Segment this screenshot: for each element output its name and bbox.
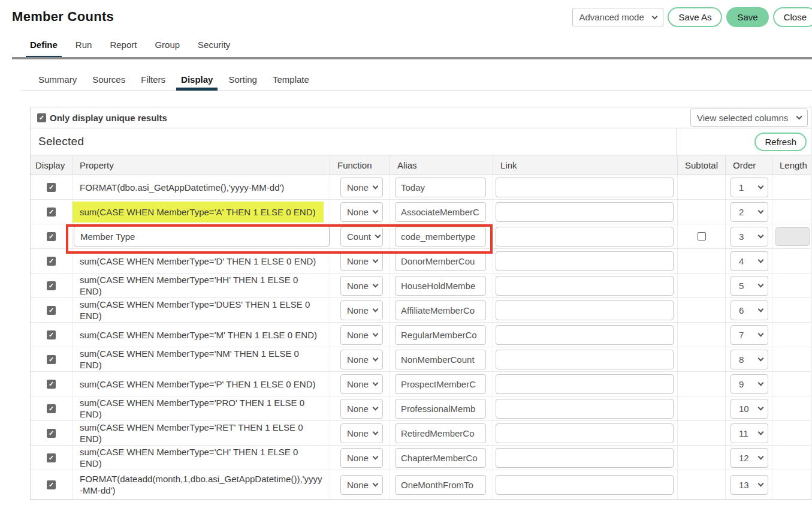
table-row: sum(CASE WHEN MemberType='A' THEN 1 ELSE…	[31, 200, 811, 224]
display-checkbox[interactable]	[47, 208, 56, 217]
link-input[interactable]	[496, 374, 674, 394]
display-checkbox[interactable]	[47, 355, 56, 364]
unique-results-option[interactable]: Only display unique results	[37, 113, 167, 123]
sub-tabs: Summary Sources Filters Display Sorting …	[38, 74, 309, 90]
alias-input[interactable]	[395, 350, 486, 369]
order-select[interactable]: 8	[731, 350, 768, 369]
chevron-down-icon	[758, 282, 764, 288]
link-input[interactable]	[496, 399, 674, 419]
alias-input[interactable]	[395, 325, 486, 345]
order-select[interactable]: 5	[731, 276, 768, 296]
display-checkbox[interactable]	[47, 281, 56, 290]
link-input[interactable]	[496, 178, 674, 197]
tab-report[interactable]: Report	[110, 40, 137, 58]
display-checkbox[interactable]	[47, 404, 56, 413]
function-select[interactable]: None	[340, 178, 383, 197]
function-select[interactable]: None	[340, 475, 383, 495]
link-input[interactable]	[496, 350, 674, 369]
function-select[interactable]: Count	[340, 227, 383, 247]
link-input[interactable]	[496, 276, 674, 296]
link-input[interactable]	[496, 325, 674, 345]
subtab-sorting[interactable]: Sorting	[228, 74, 257, 90]
function-select[interactable]: None	[340, 251, 383, 271]
order-value: 2	[739, 207, 744, 217]
link-input[interactable]	[496, 448, 674, 468]
table-row: sum(CASE WHEN MemberType='NM' THEN 1 ELS…	[31, 347, 811, 372]
display-checkbox[interactable]	[47, 453, 56, 462]
chevron-down-icon	[758, 331, 764, 337]
function-select[interactable]: None	[340, 350, 383, 369]
link-input[interactable]	[496, 423, 674, 443]
order-select[interactable]: 12	[731, 448, 768, 468]
alias-input[interactable]	[395, 423, 486, 443]
order-select[interactable]: 10	[731, 399, 768, 419]
function-select[interactable]: None	[340, 325, 383, 345]
function-select[interactable]: None	[340, 276, 383, 296]
alias-input[interactable]	[395, 300, 486, 320]
property-input[interactable]: Member Type	[74, 226, 330, 247]
order-select[interactable]: 1	[731, 178, 768, 197]
tab-define[interactable]: Define	[30, 40, 58, 58]
save-button[interactable]: Save	[726, 7, 768, 27]
close-button[interactable]: Close	[773, 7, 812, 27]
link-input[interactable]	[496, 227, 674, 247]
subtab-summary[interactable]: Summary	[38, 74, 77, 90]
length-input[interactable]	[775, 227, 810, 246]
order-select[interactable]: 6	[731, 300, 768, 320]
display-checkbox[interactable]	[47, 232, 56, 241]
order-select[interactable]: 4	[731, 251, 768, 271]
table-row: sum(CASE WHEN MemberType='RET' THEN 1 EL…	[31, 421, 811, 446]
order-select[interactable]: 11	[731, 423, 768, 443]
function-value: None	[347, 305, 369, 315]
function-select[interactable]: None	[340, 374, 383, 394]
display-checkbox[interactable]	[47, 429, 56, 438]
alias-input[interactable]	[395, 448, 486, 468]
order-select[interactable]: 13	[731, 475, 768, 495]
display-checkbox[interactable]	[47, 380, 56, 389]
unique-results-checkbox[interactable]	[37, 113, 46, 122]
view-columns-select[interactable]: View selected columns	[690, 109, 808, 127]
alias-input[interactable]	[395, 399, 486, 419]
chevron-down-icon	[758, 356, 764, 362]
alias-input[interactable]	[395, 374, 486, 394]
display-checkbox[interactable]	[47, 257, 56, 266]
link-input[interactable]	[496, 300, 674, 320]
link-input[interactable]	[496, 202, 674, 222]
display-checkbox[interactable]	[47, 306, 56, 315]
function-select[interactable]: None	[340, 300, 383, 320]
function-select[interactable]: None	[340, 448, 383, 468]
display-checkbox[interactable]	[47, 183, 56, 192]
alias-input[interactable]	[395, 227, 486, 247]
display-checkbox[interactable]	[47, 330, 56, 339]
alias-input[interactable]	[395, 251, 486, 271]
function-select[interactable]: None	[340, 399, 383, 419]
alias-input[interactable]	[395, 202, 486, 222]
alias-input[interactable]	[395, 475, 486, 495]
alias-input[interactable]	[395, 276, 486, 296]
property-text: FORMAT(dbo.asi_GetAppDatetime(),'yyyy-MM…	[73, 182, 291, 193]
save-as-button[interactable]: Save As	[668, 7, 722, 27]
subtab-filters[interactable]: Filters	[141, 74, 165, 90]
subtotal-checkbox[interactable]	[698, 232, 706, 241]
order-select[interactable]: 2	[731, 202, 768, 222]
order-select[interactable]: 3	[731, 227, 768, 247]
order-select[interactable]: 7	[731, 325, 768, 345]
subtab-sources[interactable]: Sources	[92, 74, 125, 90]
refresh-button[interactable]: Refresh	[754, 133, 807, 151]
tab-run[interactable]: Run	[76, 40, 92, 58]
subtab-display[interactable]: Display	[181, 74, 213, 90]
alias-input[interactable]	[395, 178, 486, 197]
function-select[interactable]: None	[340, 423, 383, 443]
tab-group[interactable]: Group	[155, 40, 180, 58]
table-body: FORMAT(dbo.asi_GetAppDatetime(),'yyyy-MM…	[31, 175, 811, 500]
display-checkbox[interactable]	[47, 480, 56, 489]
tab-security[interactable]: Security	[198, 40, 230, 58]
link-input[interactable]	[496, 251, 674, 271]
advanced-mode-select[interactable]: Advanced mode	[572, 8, 663, 26]
function-select[interactable]: None	[340, 202, 383, 222]
subtab-template[interactable]: Template	[273, 74, 309, 90]
main-tabs: Define Run Report Group Security	[30, 40, 230, 58]
link-input[interactable]	[496, 475, 674, 495]
col-header-alias: Alias	[390, 155, 493, 175]
order-select[interactable]: 9	[731, 374, 768, 394]
